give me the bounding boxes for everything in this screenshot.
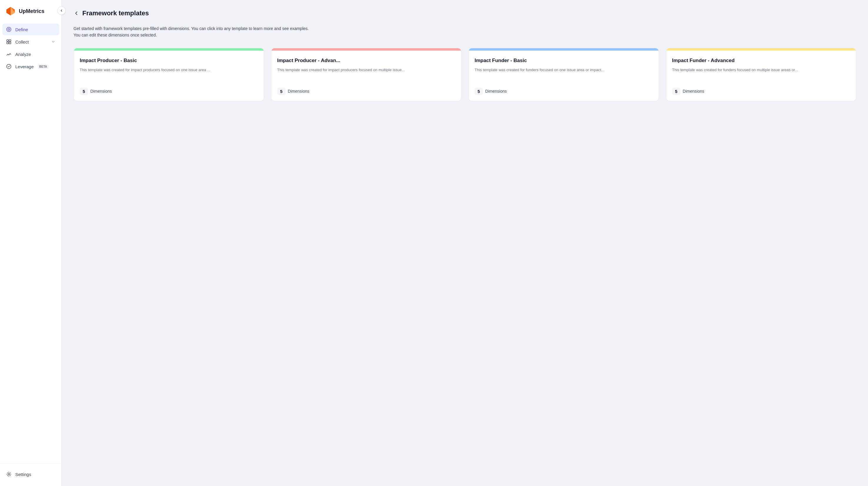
settings-icon [6,471,12,477]
collect-icon [6,39,12,45]
sidebar-item-define[interactable]: Define [2,24,59,35]
upmetrics-logo-icon [5,6,16,17]
card-title: Impact Funder - Basic [474,58,653,64]
dimensions-label: Dimensions [90,89,112,94]
card-description: This template was created for impact pro… [80,67,258,82]
define-icon [6,27,12,32]
card-color-bar [74,48,264,51]
card-content: Impact Funder - Basic This template was … [469,51,659,101]
template-card-impact-funder-basic[interactable]: Impact Funder - Basic This template was … [468,48,659,101]
card-title: Impact Funder - Advanced [672,58,850,64]
card-description: This template was created for impact pro… [277,67,456,82]
svg-point-10 [8,474,10,475]
card-title: Impact Producer - Basic [80,58,258,64]
card-color-bar [271,48,461,51]
svg-rect-6 [9,40,11,41]
card-dimensions: 5 Dimensions [672,88,850,95]
svg-rect-7 [7,42,8,44]
card-color-bar [469,48,659,51]
svg-point-4 [8,29,10,30]
card-content: Impact Funder - Advanced This template w… [666,51,856,101]
analyze-icon [6,51,12,57]
collect-chevron-icon [51,39,56,44]
card-description: This template was created for funders fo… [672,67,850,82]
page-title: Framework templates [82,9,149,17]
card-description: This template was created for funders fo… [474,67,653,82]
template-card-impact-funder-advanced[interactable]: Impact Funder - Advanced This template w… [666,48,857,101]
sidebar-bottom: Settings [0,463,61,486]
sidebar-item-collect[interactable]: Collect [2,36,59,48]
sidebar-collapse-button[interactable] [57,6,66,15]
intro-text: Get started with framework templates pre… [73,25,338,38]
template-card-impact-producer-advanced[interactable]: Impact Producer - Advan... This template… [271,48,462,101]
dimensions-label: Dimensions [288,89,309,94]
sidebar-label-collect: Collect [15,39,29,44]
card-title: Impact Producer - Advan... [277,58,456,64]
main-content: Framework templates Get started with fra… [62,0,868,486]
app-name: UpMetrics [19,8,44,14]
card-dimensions: 5 Dimensions [277,88,456,95]
svg-marker-1 [6,7,10,16]
page-header: Framework templates [73,9,856,17]
intro-line-1: Get started with framework templates pre… [73,26,309,31]
sidebar-label-leverage: Leverage [15,64,34,69]
sidebar-item-analyze[interactable]: Analyze [2,48,59,60]
intro-line-2: You can edit these dimensions once selec… [73,33,157,37]
sidebar-item-settings[interactable]: Settings [2,468,59,480]
card-color-bar [666,48,856,51]
dimensions-count: 5 [672,88,680,95]
sidebar-label-define: Define [15,27,28,32]
card-dimensions: 5 Dimensions [80,88,258,95]
card-content: Impact Producer - Advan... This template… [271,51,461,101]
sidebar-label-analyze: Analyze [15,52,31,57]
sidebar-item-leverage[interactable]: Leverage BETA [2,61,59,72]
templates-grid: Impact Producer - Basic This template wa… [73,48,856,101]
beta-badge: BETA [38,64,49,69]
svg-point-3 [7,27,11,32]
sidebar-label-settings: Settings [15,472,31,477]
svg-rect-5 [7,40,8,41]
logo-area: UpMetrics [0,0,61,24]
leverage-icon [6,64,12,69]
back-button[interactable] [73,10,80,16]
dimensions-label: Dimensions [485,89,507,94]
nav-menu: Define Collect [0,24,61,463]
dimensions-count: 5 [277,88,285,95]
svg-rect-8 [9,42,11,44]
template-card-impact-producer-basic[interactable]: Impact Producer - Basic This template wa… [73,48,264,101]
card-content: Impact Producer - Basic This template wa… [74,51,264,101]
dimensions-label: Dimensions [683,89,704,94]
dimensions-count: 5 [80,88,88,95]
dimensions-count: 5 [474,88,483,95]
card-dimensions: 5 Dimensions [474,88,653,95]
sidebar: UpMetrics Define Collect [0,0,62,486]
